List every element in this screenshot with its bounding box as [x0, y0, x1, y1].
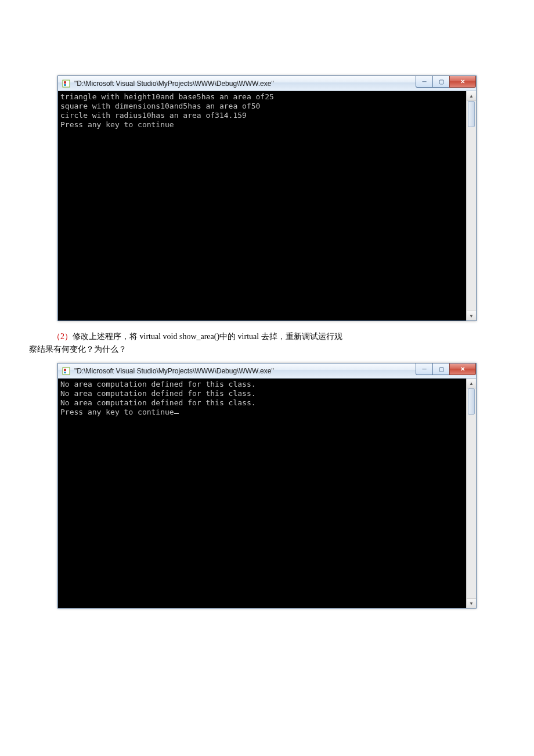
- maximize-button[interactable]: ▢: [432, 363, 450, 375]
- console-body-2: No area computation defined for this cla…: [58, 379, 476, 608]
- question-text-line1: 修改上述程序，将 virtual void show_area()中的 virt…: [73, 332, 342, 341]
- scroll-track[interactable]: [467, 101, 476, 311]
- svg-rect-5: [64, 372, 66, 373]
- question-text-line2: 察结果有何变化？为什么？: [29, 343, 127, 356]
- console-window-2: "D:\Microsoft Visual Studio\MyProjects\W…: [57, 363, 477, 609]
- console-line: No area computation defined for this cla…: [60, 389, 256, 398]
- svg-rect-2: [64, 84, 66, 86]
- window-controls-1: ─ ▢ ✕: [416, 76, 476, 88]
- scroll-down-icon[interactable]: ▼: [467, 598, 476, 608]
- scroll-thumb[interactable]: [468, 388, 475, 415]
- window-controls-2: ─ ▢ ✕: [416, 363, 476, 375]
- console-line: square with dimensions10and5has an area …: [60, 102, 260, 110]
- window-title-1: "D:\Microsoft Visual Studio\MyProjects\W…: [74, 80, 274, 88]
- console-output-2: No area computation defined for this cla…: [58, 379, 466, 608]
- question-number: （2）: [52, 332, 73, 341]
- console-line: circle with radius10has an area of314.15…: [60, 111, 247, 120]
- console-line: triangle with height10and base5has an ar…: [60, 92, 274, 101]
- titlebar-1[interactable]: "D:\Microsoft Visual Studio\MyProjects\W…: [58, 76, 476, 91]
- scroll-up-icon[interactable]: ▲: [467, 91, 476, 101]
- console-body-1: triangle with height10and base5has an ar…: [58, 91, 476, 321]
- console-line: No area computation defined for this cla…: [60, 398, 256, 407]
- titlebar-2[interactable]: "D:\Microsoft Visual Studio\MyProjects\W…: [58, 363, 476, 379]
- scroll-down-icon[interactable]: ▼: [467, 311, 476, 321]
- minimize-button[interactable]: ─: [416, 76, 433, 88]
- console-output-1: triangle with height10and base5has an ar…: [58, 91, 466, 321]
- svg-rect-4: [64, 369, 66, 371]
- close-button[interactable]: ✕: [449, 363, 476, 375]
- app-icon: [62, 366, 71, 376]
- minimize-button[interactable]: ─: [416, 363, 433, 375]
- svg-rect-1: [64, 81, 66, 84]
- scroll-up-icon[interactable]: ▲: [467, 379, 476, 388]
- console-window-1: "D:\Microsoft Visual Studio\MyProjects\W…: [57, 75, 477, 321]
- console-line: Press any key to continue: [60, 120, 174, 129]
- vertical-scrollbar[interactable]: ▲ ▼: [466, 91, 476, 321]
- question-paragraph: （2）修改上述程序，将 virtual void show_area()中的 v…: [52, 330, 471, 356]
- close-button[interactable]: ✕: [449, 76, 476, 88]
- vertical-scrollbar[interactable]: ▲ ▼: [466, 379, 476, 608]
- app-icon: [62, 79, 71, 88]
- maximize-button[interactable]: ▢: [432, 76, 450, 88]
- scroll-track[interactable]: [467, 388, 476, 598]
- window-title-2: "D:\Microsoft Visual Studio\MyProjects\W…: [74, 367, 274, 375]
- console-line: No area computation defined for this cla…: [60, 380, 256, 388]
- text-cursor: [174, 413, 179, 414]
- console-line: Press any key to continue: [60, 408, 174, 416]
- scroll-thumb[interactable]: [468, 101, 475, 127]
